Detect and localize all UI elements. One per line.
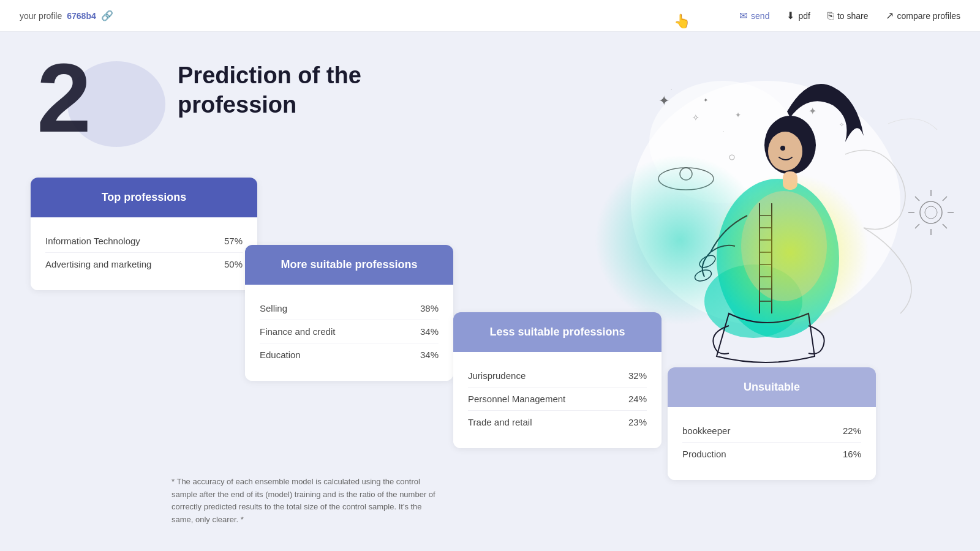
profession-name: Education xyxy=(260,350,301,360)
share-button[interactable]: ⎘ to share xyxy=(827,10,869,21)
mail-icon: ✉ xyxy=(739,10,747,21)
more-suitable-card: More suitable professions Selling 38% Fi… xyxy=(245,245,453,381)
profession-row: Information Technology 57% xyxy=(45,230,243,253)
profession-name: Personnel Management xyxy=(468,394,565,404)
less-suitable-body: Jurisprudence 32% Personnel Management 2… xyxy=(453,352,662,448)
more-suitable-header: More suitable professions xyxy=(245,245,453,285)
svg-line-35 xyxy=(943,197,947,201)
profession-name: Trade and retail xyxy=(468,417,532,427)
profession-pct: 34% xyxy=(420,350,439,360)
profile-label: your profile xyxy=(20,11,62,21)
svg-line-34 xyxy=(943,224,947,228)
top-professions-header: Top professions xyxy=(31,178,257,217)
pdf-button[interactable]: ⬇ pdf xyxy=(786,10,810,21)
profession-name: Advertising and marketing xyxy=(45,259,151,269)
profession-name: Production xyxy=(682,449,726,459)
svg-text:✦: ✦ xyxy=(658,93,669,108)
top-professions-body: Information Technology 57% Advertising a… xyxy=(31,217,257,290)
svg-text:·: · xyxy=(723,129,724,134)
profession-pct: 23% xyxy=(628,417,647,427)
svg-point-12 xyxy=(768,132,802,171)
section-title: Prediction of the profession xyxy=(178,61,361,119)
section-title-line2: profession xyxy=(178,92,296,118)
profession-row: Personnel Management 24% xyxy=(468,388,647,411)
profession-row: Education 34% xyxy=(260,343,439,366)
link-icon: 🔗 xyxy=(101,10,113,21)
download-icon: ⬇ xyxy=(786,10,794,21)
profession-name: Jurisprudence xyxy=(468,370,526,381)
section-number: 2 xyxy=(37,49,91,147)
svg-text:✦: ✦ xyxy=(809,106,816,116)
footer-note: * The accuracy of each ensemble model is… xyxy=(172,476,441,527)
top-professions-card: Top professions Information Technology 5… xyxy=(31,178,257,290)
send-label: send xyxy=(751,11,769,21)
svg-point-13 xyxy=(780,146,785,151)
profile-id: 6768b4 xyxy=(67,11,96,21)
profession-pct: 34% xyxy=(420,326,439,337)
unsuitable-body: bookkeeper 22% Production 16% xyxy=(668,407,876,480)
svg-rect-11 xyxy=(783,171,797,190)
profession-pct: 16% xyxy=(843,449,861,459)
svg-text:✦: ✦ xyxy=(735,111,741,119)
profession-row: bookkeeper 22% xyxy=(682,419,861,443)
compare-button[interactable]: ↗ compare profiles xyxy=(886,10,961,21)
share-icon: ⎘ xyxy=(827,10,834,21)
svg-text:·: · xyxy=(671,87,672,92)
svg-text:✦: ✦ xyxy=(703,97,708,103)
svg-point-28 xyxy=(925,206,937,219)
profile-info: your profile 6768b4 🔗 xyxy=(20,10,113,21)
svg-text:✧: ✧ xyxy=(692,113,699,122)
topbar: your profile 6768b4 🔗 ✉ send ⬇ pdf ⎘ to … xyxy=(0,0,980,32)
unsuitable-title: Unsuitable xyxy=(744,381,800,394)
svg-point-27 xyxy=(920,201,942,223)
profession-pct: 38% xyxy=(420,303,439,313)
profession-row: Finance and credit 34% xyxy=(260,320,439,343)
less-suitable-card: Less suitable professions Jurisprudence … xyxy=(453,312,662,448)
footer-note-text: * The accuracy of each ensemble model is… xyxy=(172,477,435,524)
svg-point-14 xyxy=(741,191,827,301)
unsuitable-card: Unsuitable bookkeeper 22% Production 16% xyxy=(668,367,876,480)
more-suitable-title: More suitable professions xyxy=(281,258,417,271)
svg-text:✧: ✧ xyxy=(839,121,844,128)
section-title-line1: Prediction of the xyxy=(178,62,361,88)
profession-row: Jurisprudence 32% xyxy=(468,364,647,388)
send-button[interactable]: ✉ send xyxy=(739,10,769,21)
svg-line-36 xyxy=(915,224,919,228)
more-suitable-body: Selling 38% Finance and credit 34% Educa… xyxy=(245,285,453,381)
top-professions-title: Top professions xyxy=(102,191,187,204)
profession-name: Information Technology xyxy=(45,236,140,246)
less-suitable-header: Less suitable professions xyxy=(453,312,662,352)
pdf-label: pdf xyxy=(798,11,810,21)
less-suitable-title: Less suitable professions xyxy=(489,326,625,339)
share-label: to share xyxy=(837,11,869,21)
profession-row: Production 16% xyxy=(682,443,861,465)
svg-line-33 xyxy=(915,197,919,201)
compare-label: compare profiles xyxy=(897,11,961,21)
profession-row: Selling 38% xyxy=(260,297,439,320)
profession-pct: 57% xyxy=(224,236,243,246)
profession-row: Trade and retail 23% xyxy=(468,411,647,433)
profession-pct: 32% xyxy=(628,370,647,381)
profession-row: Advertising and marketing 50% xyxy=(45,253,243,276)
topbar-actions: ✉ send ⬇ pdf ⎘ to share ↗ compare profil… xyxy=(739,10,960,21)
profession-pct: 50% xyxy=(224,259,243,269)
profession-name: Selling xyxy=(260,303,287,313)
compare-icon: ↗ xyxy=(886,10,894,21)
profession-name: bookkeeper xyxy=(682,425,730,436)
profession-name: Finance and credit xyxy=(260,326,335,337)
profession-pct: 22% xyxy=(843,425,861,436)
profession-pct: 24% xyxy=(628,394,647,404)
unsuitable-header: Unsuitable xyxy=(668,367,876,407)
